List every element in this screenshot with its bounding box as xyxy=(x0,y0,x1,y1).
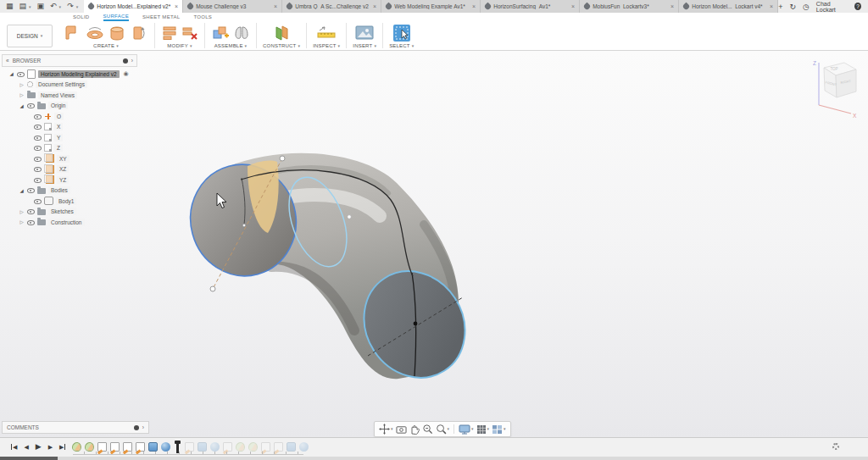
document-tab[interactable]: Umbra Q_A Sc...Challenge v2 × xyxy=(282,0,381,13)
panel-flyout-icon[interactable]: › xyxy=(131,58,133,64)
tab-surface[interactable]: SURFACE xyxy=(103,14,129,21)
tree-item-plane-xz[interactable]: XZ xyxy=(2,164,137,175)
construction-plane-icon[interactable] xyxy=(271,24,292,42)
sphere-feature-icon[interactable] xyxy=(161,442,170,452)
tab-close-icon[interactable]: × xyxy=(274,3,277,9)
new-component-icon[interactable] xyxy=(211,24,230,42)
tree-item-axis-z[interactable]: Z xyxy=(2,143,137,154)
look-at-icon[interactable] xyxy=(396,424,407,435)
user-name[interactable]: Chad Lockart xyxy=(816,1,848,13)
loft-feature-icon[interactable] xyxy=(85,441,95,452)
tree-item-origin-point[interactable]: O xyxy=(2,111,137,122)
insert-dropdown[interactable]: INSERT▾ xyxy=(353,43,376,48)
step-back-icon[interactable]: ◀ xyxy=(24,444,28,450)
tab-close-icon[interactable]: × xyxy=(373,3,376,9)
suppressed-feature-icon[interactable] xyxy=(274,442,283,452)
tree-item-body1[interactable]: Body1 xyxy=(2,196,137,207)
revolve-icon[interactable] xyxy=(86,24,104,42)
suppressed-feature-icon[interactable] xyxy=(185,442,194,452)
visibility-eye-icon[interactable] xyxy=(34,113,42,120)
save-icon[interactable]: ▣ xyxy=(37,3,45,10)
tab-tools[interactable]: TOOLS xyxy=(193,14,212,20)
workspace-selector[interactable]: DESIGN ▾ xyxy=(7,25,53,47)
tree-item-bodies[interactable]: Bodies xyxy=(2,186,137,197)
visibility-eye-icon[interactable] xyxy=(34,134,42,141)
sketch-feature-icon[interactable] xyxy=(110,442,120,452)
activate-component-icon[interactable]: ◉ xyxy=(124,70,129,77)
viewports-icon[interactable]: ▾ xyxy=(492,424,506,435)
viewport-canvas[interactable]: Z X TOP FRONT RIGHT « BROWSER › xyxy=(0,51,868,438)
construct-dropdown[interactable]: CONSTRUCT▾ xyxy=(263,43,300,48)
suppressed-feature-icon[interactable] xyxy=(287,442,296,452)
tree-item-plane-yz[interactable]: YZ xyxy=(2,175,137,186)
zoom-icon[interactable]: ▾ xyxy=(436,424,450,435)
display-settings-dot-icon[interactable] xyxy=(123,58,128,64)
measure-icon[interactable] xyxy=(316,24,337,42)
collapse-arrow-icon[interactable] xyxy=(19,209,25,214)
collapse-panel-icon[interactable]: « xyxy=(6,58,9,64)
tree-item-root[interactable]: Horizon Modeling Explained v2 ◉ xyxy=(2,69,137,80)
expand-arrow-icon[interactable] xyxy=(19,188,25,193)
loft-icon[interactable] xyxy=(108,24,126,42)
inspect-dropdown[interactable]: INSPECT▾ xyxy=(313,43,340,48)
help-icon[interactable]: ? xyxy=(854,3,861,10)
patch-icon[interactable] xyxy=(64,24,82,42)
timeline-settings-gear-icon[interactable] xyxy=(832,443,839,450)
document-tab[interactable]: HorizonSurfacing_Av1* × xyxy=(481,0,580,13)
visibility-eye-icon[interactable] xyxy=(34,155,42,163)
sketch-feature-icon[interactable] xyxy=(97,442,107,452)
visibility-eye-icon[interactable] xyxy=(34,197,42,205)
document-tab[interactable]: Web Modeling Example Av1* × xyxy=(381,0,481,13)
suppressed-feature-icon[interactable] xyxy=(223,442,232,452)
pan-icon[interactable] xyxy=(409,424,420,435)
document-tab[interactable]: Horizon Model..._Lockart v4* × xyxy=(679,0,778,13)
tree-item-origin[interactable]: Origin xyxy=(2,101,137,112)
suppressed-feature-icon[interactable] xyxy=(299,442,309,452)
tab-sheet-metal[interactable]: SHEET METAL xyxy=(142,14,180,20)
data-panel-icon[interactable]: ▦ xyxy=(6,3,14,10)
visibility-eye-icon[interactable] xyxy=(34,176,42,184)
tab-close-icon[interactable]: × xyxy=(670,3,674,9)
tab-close-icon[interactable]: × xyxy=(472,3,476,9)
construction-endpoint[interactable] xyxy=(280,156,285,161)
file-menu-icon[interactable]: ▤ xyxy=(19,3,27,10)
collapse-arrow-icon[interactable] xyxy=(19,82,25,87)
expand-arrow-icon[interactable] xyxy=(19,103,25,108)
extend-icon[interactable] xyxy=(130,24,148,42)
new-tab-icon[interactable]: + xyxy=(778,3,782,11)
document-tab-active[interactable]: Horizon Model...Explained v2* × xyxy=(84,0,183,13)
step-forward-icon[interactable]: ▶ xyxy=(48,444,53,450)
delete-icon[interactable] xyxy=(181,24,198,42)
tab-close-icon[interactable]: × xyxy=(770,3,773,9)
select-dropdown[interactable]: SELECT▾ xyxy=(389,43,414,48)
suppressed-feature-icon[interactable] xyxy=(248,441,259,452)
visibility-eye-icon[interactable] xyxy=(34,144,42,152)
grid-snaps-icon[interactable]: ▾ xyxy=(476,424,490,435)
tree-item-construction[interactable]: Construction xyxy=(2,217,137,228)
timeline-scrollbar[interactable] xyxy=(0,457,868,460)
go-to-start-icon[interactable]: ◀ xyxy=(11,444,17,450)
visibility-eye-icon[interactable] xyxy=(34,165,42,173)
job-status-icon[interactable]: ◷ xyxy=(803,3,810,11)
form-feature-icon[interactable] xyxy=(148,442,158,452)
document-tab[interactable]: Mouse Challenge v3 × xyxy=(183,0,282,13)
zoom-window-icon[interactable] xyxy=(422,424,433,435)
insert-image-icon[interactable] xyxy=(354,24,375,42)
redo-caret-icon[interactable]: ▾ xyxy=(76,4,79,9)
tree-item-sketches[interactable]: Sketches xyxy=(2,207,137,218)
tree-item-axis-y[interactable]: Y xyxy=(2,132,137,143)
visibility-eye-icon[interactable] xyxy=(34,123,42,130)
tree-item-named-views[interactable]: Named Views xyxy=(2,90,137,101)
visibility-eye-icon[interactable] xyxy=(27,186,35,194)
suppressed-feature-icon[interactable] xyxy=(198,442,207,452)
assemble-dropdown[interactable]: ASSEMBLE▾ xyxy=(214,43,248,48)
edit-feature-icon[interactable] xyxy=(161,24,178,42)
sync-status-icon[interactable]: ↻ xyxy=(789,3,796,11)
joint-icon[interactable] xyxy=(233,24,250,42)
suppressed-feature-icon[interactable] xyxy=(210,442,220,452)
play-icon[interactable]: ▶ xyxy=(36,443,42,451)
tree-item-document-settings[interactable]: Document Settings xyxy=(2,80,137,91)
view-cube[interactable]: Z X TOP FRONT RIGHT xyxy=(802,54,863,122)
timeline-scrollbar-handle[interactable] xyxy=(0,457,58,460)
sketch-feature-icon[interactable] xyxy=(136,442,145,452)
